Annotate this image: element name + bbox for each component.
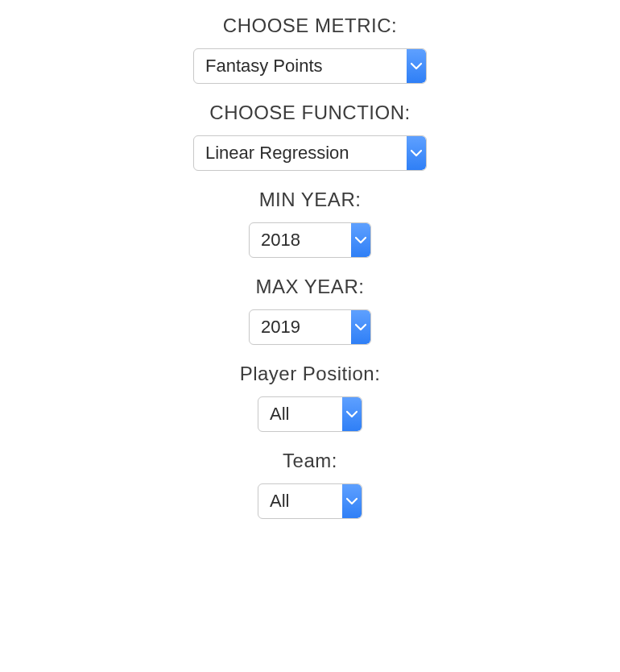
label-function: Choose Function:: [209, 102, 410, 124]
chevron-down-icon: [355, 236, 366, 244]
select-metric-value: Fantasy Points: [194, 49, 407, 83]
select-metric[interactable]: Fantasy Points: [193, 48, 427, 84]
chevron-down-icon: [411, 62, 422, 70]
select-min-year-value: 2018: [250, 223, 351, 257]
chevron-down-icon: [411, 149, 422, 157]
select-team[interactable]: All: [258, 483, 362, 519]
select-team-value: All: [258, 484, 342, 518]
label-player-position: Player Position:: [240, 363, 381, 385]
select-max-year-button[interactable]: [351, 310, 370, 344]
chevron-down-icon: [346, 497, 358, 505]
field-max-year: Max Year: 2019: [249, 276, 371, 345]
select-function-button[interactable]: [407, 136, 426, 170]
label-team: Team:: [283, 450, 337, 472]
chevron-down-icon: [355, 323, 366, 331]
select-player-position[interactable]: All: [258, 396, 362, 432]
select-function-value: Linear Regression: [194, 136, 407, 170]
select-metric-button[interactable]: [407, 49, 426, 83]
select-player-position-value: All: [258, 397, 342, 431]
select-team-button[interactable]: [342, 484, 362, 518]
select-max-year[interactable]: 2019: [249, 309, 371, 345]
select-max-year-value: 2019: [250, 310, 351, 344]
label-min-year: Min Year:: [259, 189, 362, 211]
field-metric: Choose Metric: Fantasy Points: [193, 15, 427, 84]
label-max-year: Max Year:: [256, 276, 365, 298]
select-min-year[interactable]: 2018: [249, 222, 371, 258]
select-function[interactable]: Linear Regression: [193, 135, 427, 171]
select-min-year-button[interactable]: [351, 223, 370, 257]
field-min-year: Min Year: 2018: [249, 189, 371, 258]
select-player-position-button[interactable]: [342, 397, 362, 431]
filter-form: Choose Metric: Fantasy Points Choose Fun…: [0, 0, 620, 537]
field-player-position: Player Position: All: [240, 363, 381, 432]
chevron-down-icon: [346, 410, 358, 418]
label-metric: Choose Metric:: [223, 15, 397, 37]
field-function: Choose Function: Linear Regression: [193, 102, 427, 171]
field-team: Team: All: [258, 450, 362, 519]
